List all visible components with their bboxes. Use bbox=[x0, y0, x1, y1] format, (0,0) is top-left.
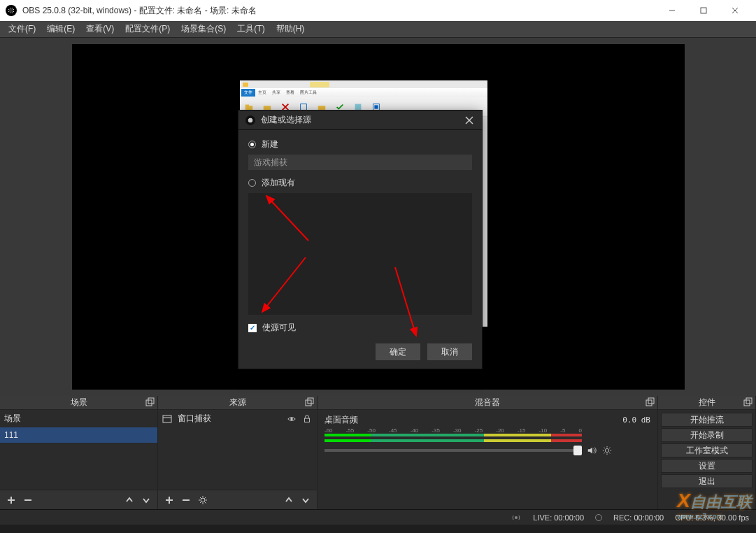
ribbon-tab-pictools: 图片工具 bbox=[297, 89, 320, 97]
svg-rect-1 bbox=[701, 8, 706, 13]
annotation-arrow-icon bbox=[257, 253, 313, 316]
sources-title: 来源 bbox=[229, 397, 246, 408]
svg-point-33 bbox=[201, 498, 205, 502]
checkbox-make-visible[interactable]: ✓ 使源可见 bbox=[248, 322, 472, 334]
meter-scale: -60-55-50-45-40-35-30-25-20-15-10-50 bbox=[324, 427, 582, 434]
minimize-button[interactable] bbox=[656, 0, 687, 21]
remove-scene-button[interactable] bbox=[22, 495, 34, 506]
obs-logo-icon bbox=[6, 5, 17, 16]
svg-rect-19 bbox=[146, 400, 152, 406]
status-rec: REC: 00:00:00 bbox=[613, 513, 664, 522]
audio-meter bbox=[324, 439, 582, 442]
radio-add-existing[interactable]: 添加现有 bbox=[248, 177, 472, 189]
menu-view[interactable]: 查看(V) bbox=[80, 20, 120, 38]
menu-tools[interactable]: 工具(T) bbox=[231, 20, 270, 38]
new-source-name-input[interactable] bbox=[248, 155, 472, 170]
move-up-button[interactable] bbox=[124, 495, 135, 506]
ribbon-tab-file: 文件 bbox=[241, 89, 255, 97]
scenes-panel: 场景 场景 111 bbox=[0, 396, 158, 509]
menu-file[interactable]: 文件(F) bbox=[3, 20, 41, 38]
scenes-list[interactable]: 场景 111 bbox=[0, 410, 157, 490]
create-select-source-dialog: 创建或选择源 新建 添加现有 ✓ 使源可见 确定 取消 bbox=[238, 110, 483, 369]
checkbox-icon: ✓ bbox=[248, 324, 257, 332]
popout-icon[interactable] bbox=[304, 397, 314, 407]
svg-rect-37 bbox=[744, 400, 750, 406]
source-properties-button[interactable] bbox=[197, 495, 208, 506]
svg-rect-11 bbox=[355, 104, 361, 110]
status-live: LIVE: 00:00:00 bbox=[533, 513, 584, 522]
remove-source-button[interactable] bbox=[180, 495, 192, 506]
svg-rect-35 bbox=[648, 398, 654, 404]
mixer-track: 桌面音频 0.0 dB -60-55-50-45-40-35-30-25-20-… bbox=[318, 410, 657, 460]
speaker-icon[interactable] bbox=[586, 445, 597, 456]
svg-rect-13 bbox=[374, 105, 378, 108]
svg-rect-29 bbox=[305, 418, 310, 422]
popout-icon[interactable] bbox=[645, 397, 655, 407]
svg-point-39 bbox=[515, 516, 518, 519]
svg-point-36 bbox=[605, 448, 608, 452]
folder-icon bbox=[243, 83, 248, 87]
controls-title: 控件 bbox=[699, 397, 715, 408]
popout-icon[interactable] bbox=[145, 397, 155, 407]
move-down-button[interactable] bbox=[141, 495, 152, 506]
start-recording-button[interactable]: 开始录制 bbox=[661, 428, 753, 442]
add-source-button[interactable] bbox=[164, 495, 175, 506]
svg-rect-20 bbox=[148, 398, 154, 404]
menu-scene-collection[interactable]: 场景集合(S) bbox=[176, 20, 231, 38]
move-up-button[interactable] bbox=[283, 495, 294, 506]
visibility-toggle-icon[interactable] bbox=[286, 413, 297, 425]
source-item[interactable]: 窗口捕获 bbox=[158, 410, 317, 427]
menu-profile[interactable]: 配置文件(P) bbox=[120, 20, 176, 38]
scene-item[interactable]: 111 bbox=[0, 427, 157, 443]
menubar: 文件(F) 编辑(E) 查看(V) 配置文件(P) 场景集合(S) 工具(T) … bbox=[0, 21, 756, 38]
lock-toggle-icon[interactable] bbox=[301, 413, 313, 425]
checkbox-label: 使源可见 bbox=[262, 322, 296, 334]
studio-mode-button[interactable]: 工作室模式 bbox=[661, 443, 753, 457]
ribbon-tab-home: 主页 bbox=[255, 89, 269, 97]
scene-item[interactable]: 场景 bbox=[0, 410, 157, 427]
gear-icon[interactable] bbox=[601, 445, 613, 456]
sources-list[interactable]: 窗口捕获 bbox=[158, 410, 317, 490]
dialog-close-button[interactable] bbox=[464, 115, 475, 126]
radio-new[interactable]: 新建 bbox=[248, 138, 472, 150]
mixer-db-value: 0.0 dB bbox=[622, 415, 650, 425]
menu-edit[interactable]: 编辑(E) bbox=[41, 20, 80, 38]
popout-icon[interactable] bbox=[743, 397, 753, 407]
ribbon-tab-view: 查看 bbox=[283, 89, 297, 97]
annotation-arrow-icon bbox=[259, 192, 315, 248]
obs-logo-icon bbox=[245, 115, 255, 125]
settings-button[interactable]: 设置 bbox=[661, 459, 753, 473]
radio-existing-label: 添加现有 bbox=[262, 177, 295, 189]
radio-icon bbox=[248, 141, 256, 148]
scenes-title: 场景 bbox=[71, 397, 87, 408]
svg-rect-25 bbox=[308, 398, 313, 404]
status-cpu-fps: CPU: 0.3%, 30.00 fps bbox=[675, 513, 749, 522]
statusbar: LIVE: 00:00:00 REC: 00:00:00 CPU: 0.3%, … bbox=[0, 509, 756, 525]
menu-help[interactable]: 帮助(H) bbox=[271, 20, 311, 38]
svg-rect-9 bbox=[300, 104, 306, 110]
exit-button[interactable]: 退出 bbox=[661, 474, 753, 488]
svg-line-16 bbox=[266, 196, 308, 241]
move-down-button[interactable] bbox=[300, 495, 311, 506]
svg-line-17 bbox=[262, 257, 306, 312]
audio-meter bbox=[324, 434, 582, 436]
svg-rect-24 bbox=[306, 400, 311, 406]
ribbon-tab-share: 共享 bbox=[269, 89, 283, 97]
source-item-label: 窗口捕获 bbox=[178, 413, 211, 425]
rec-indicator-icon bbox=[595, 514, 602, 521]
cancel-button[interactable]: 取消 bbox=[427, 343, 472, 360]
maximize-button[interactable] bbox=[687, 0, 719, 21]
window-titlebar: OBS 25.0.8 (32-bit, windows) - 配置文件: 未命名… bbox=[0, 0, 756, 21]
ok-button[interactable]: 确定 bbox=[376, 343, 420, 360]
close-button[interactable] bbox=[719, 0, 750, 21]
svg-rect-38 bbox=[746, 398, 752, 404]
dialog-title: 创建或选择源 bbox=[261, 114, 464, 126]
add-scene-button[interactable] bbox=[6, 495, 17, 506]
svg-rect-26 bbox=[163, 415, 171, 422]
volume-slider[interactable] bbox=[324, 449, 582, 452]
svg-rect-34 bbox=[646, 400, 652, 406]
start-streaming-button[interactable]: 开始推流 bbox=[661, 413, 753, 427]
existing-sources-list[interactable] bbox=[248, 193, 472, 315]
sources-panel: 来源 窗口捕获 bbox=[158, 396, 318, 509]
window-icon bbox=[162, 414, 172, 424]
